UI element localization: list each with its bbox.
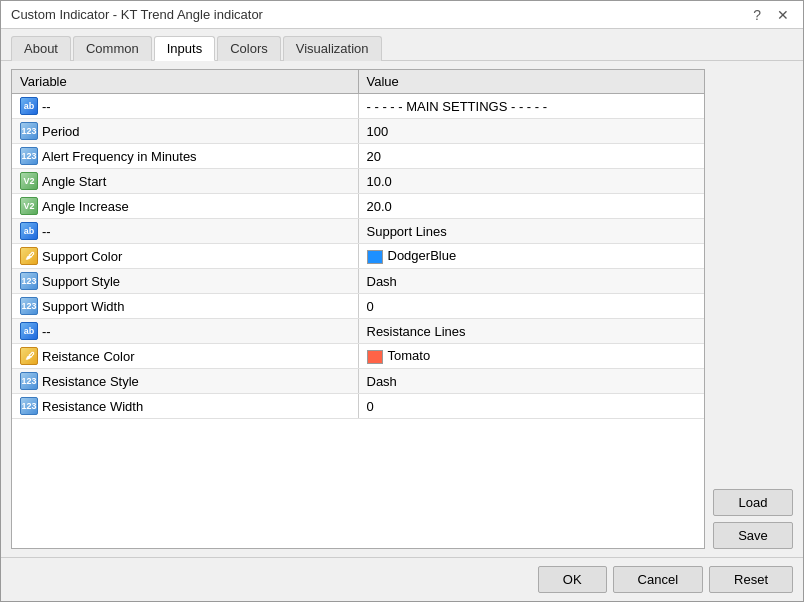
123-icon: 123 [20,372,38,390]
variable-cell: 123Alert Frequency in Minutes [12,144,358,169]
side-buttons: Load Save [713,69,793,549]
table-row[interactable]: 123Resistance StyleDash [12,369,704,394]
close-button[interactable]: ✕ [773,8,793,22]
tab-colors[interactable]: Colors [217,36,281,61]
value-cell: 20 [358,144,704,169]
table-row[interactable]: 123Resistance Width0 [12,394,704,419]
variable-cell: 123Support Style [12,269,358,294]
table-row[interactable]: ab--- - - - - MAIN SETTINGS - - - - - [12,94,704,119]
tab-inputs[interactable]: Inputs [154,36,215,61]
help-button[interactable]: ? [749,8,765,22]
variable-name: Support Color [42,249,122,264]
variable-cell: ab-- [12,94,358,119]
value-cell: Support Lines [358,219,704,244]
table-row[interactable]: 123Alert Frequency in Minutes20 [12,144,704,169]
tab-about[interactable]: About [11,36,71,61]
123-icon: 123 [20,297,38,315]
cancel-button[interactable]: Cancel [613,566,703,593]
variable-cell: 🖌Support Color [12,244,358,269]
col-header-value: Value [358,70,704,94]
variable-name: Angle Increase [42,199,129,214]
inputs-table: Variable Value ab--- - - - - MAIN SETTIN… [12,70,704,419]
variable-name: -- [42,324,51,339]
variable-cell: 🖌Reistance Color [12,344,358,369]
color-swatch [367,250,383,264]
table-row[interactable]: V2Angle Start10.0 [12,169,704,194]
v2-icon: V2 [20,197,38,215]
inputs-table-panel: Variable Value ab--- - - - - MAIN SETTIN… [11,69,705,549]
variable-cell: ab-- [12,219,358,244]
v2-icon: V2 [20,172,38,190]
table-row[interactable]: 123Period100 [12,119,704,144]
variable-cell: ab-- [12,319,358,344]
variable-name: Resistance Width [42,399,143,414]
variable-cell: 123Resistance Width [12,394,358,419]
variable-cell: 123Period [12,119,358,144]
value-cell: 0 [358,294,704,319]
123-icon: 123 [20,122,38,140]
table-row[interactable]: 123Support Width0 [12,294,704,319]
value-cell: Resistance Lines [358,319,704,344]
variable-name: -- [42,99,51,114]
color-icon: 🖌 [20,247,38,265]
value-cell: 100 [358,119,704,144]
ab-icon: ab [20,97,38,115]
variable-cell: V2Angle Increase [12,194,358,219]
table-row[interactable]: 123Support StyleDash [12,269,704,294]
color-swatch [367,350,383,364]
value-cell: 20.0 [358,194,704,219]
variable-name: Reistance Color [42,349,135,364]
variable-name: Alert Frequency in Minutes [42,149,197,164]
value-cell: DodgerBlue [358,244,704,269]
variable-cell: 123Resistance Style [12,369,358,394]
variable-name: Support Width [42,299,124,314]
title-bar: Custom Indicator - KT Trend Angle indica… [1,1,803,29]
value-cell: Dash [358,269,704,294]
color-icon: 🖌 [20,347,38,365]
save-button[interactable]: Save [713,522,793,549]
title-bar-controls: ? ✕ [749,8,793,22]
tab-common[interactable]: Common [73,36,152,61]
ab-icon: ab [20,322,38,340]
ok-button[interactable]: OK [538,566,607,593]
reset-button[interactable]: Reset [709,566,793,593]
ab-icon: ab [20,222,38,240]
123-icon: 123 [20,397,38,415]
table-row[interactable]: V2Angle Increase20.0 [12,194,704,219]
variable-cell: 123Support Width [12,294,358,319]
variable-name: -- [42,224,51,239]
variable-name: Angle Start [42,174,106,189]
variable-name: Support Style [42,274,120,289]
value-cell: 0 [358,394,704,419]
123-icon: 123 [20,272,38,290]
value-cell: Tomato [358,344,704,369]
value-cell: - - - - - MAIN SETTINGS - - - - - [358,94,704,119]
table-row[interactable]: 🖌Support ColorDodgerBlue [12,244,704,269]
table-row[interactable]: 🖌Reistance ColorTomato [12,344,704,369]
variable-name: Period [42,124,80,139]
col-header-variable: Variable [12,70,358,94]
value-cell: 10.0 [358,169,704,194]
value-cell: Dash [358,369,704,394]
load-button[interactable]: Load [713,489,793,516]
dialog: Custom Indicator - KT Trend Angle indica… [0,0,804,602]
table-row[interactable]: ab--Support Lines [12,219,704,244]
variable-cell: V2Angle Start [12,169,358,194]
variable-name: Resistance Style [42,374,139,389]
table-row[interactable]: ab--Resistance Lines [12,319,704,344]
dialog-title: Custom Indicator - KT Trend Angle indica… [11,7,263,22]
tab-bar: About Common Inputs Colors Visualization [1,29,803,61]
tab-visualization[interactable]: Visualization [283,36,382,61]
content-area: Variable Value ab--- - - - - MAIN SETTIN… [1,61,803,557]
footer: OK Cancel Reset [1,557,803,601]
123-icon: 123 [20,147,38,165]
